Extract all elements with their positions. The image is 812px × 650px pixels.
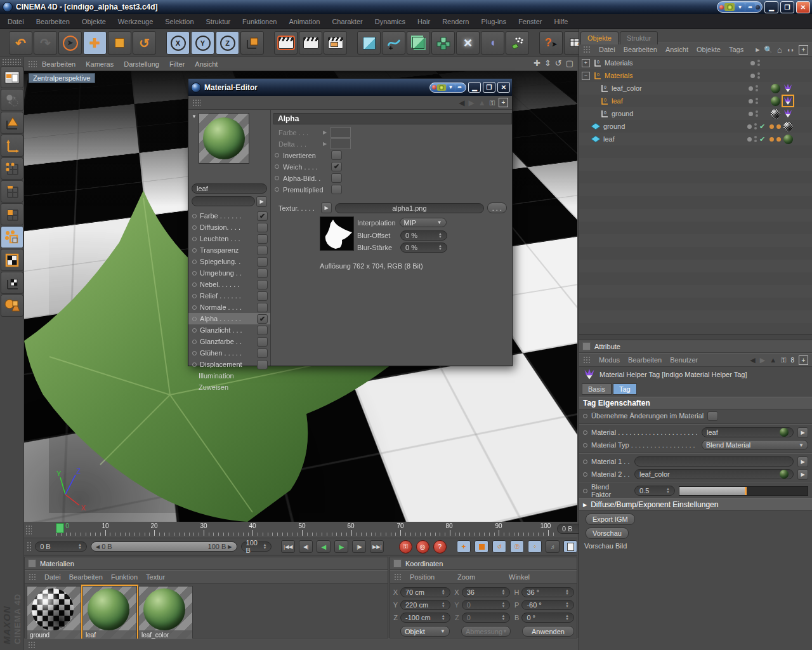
attr-back-icon[interactable]	[750, 356, 755, 364]
layer-dot[interactable]	[747, 137, 752, 142]
lock-z-axis-button[interactable]: Z	[216, 31, 239, 55]
vp-menu-darstellung[interactable]: Darstellung	[124, 60, 159, 68]
coordinate-system-button[interactable]	[240, 31, 264, 55]
edges-mode-button[interactable]	[1, 180, 23, 202]
layer-dot[interactable]	[749, 86, 753, 91]
om-eye-icon[interactable]: ◖◗	[787, 46, 794, 53]
channel-leuchten[interactable]: Leuchten . . .	[188, 233, 270, 244]
textur-options-button[interactable]: ▶	[321, 202, 332, 213]
nvidia-logo-icon[interactable]	[724, 3, 735, 11]
layer-dot[interactable]	[749, 112, 753, 116]
timeline-ruler[interactable]: 0 10 20 30 40 50 60 70 80 90 100 0 B▲▼	[24, 522, 577, 538]
alpha-bild-checkbox[interactable]	[331, 173, 342, 183]
previous-frame-button[interactable]: ◀|	[299, 540, 313, 553]
model-mode-button[interactable]	[1, 112, 23, 134]
play-backward-button[interactable]: ◀	[317, 540, 331, 553]
channel-leuchten-checkbox[interactable]	[257, 234, 268, 244]
menu-plugins[interactable]: Plug-ins	[481, 18, 506, 25]
farbe-color-swatch[interactable]	[331, 127, 351, 138]
goto-end-button[interactable]: ▶▶|	[370, 540, 384, 553]
zoom-x-input[interactable]: 36▲▼	[462, 587, 511, 597]
tree-row-ground-plane[interactable]: ground	[579, 120, 812, 133]
dialog-nview-widget[interactable]: ▼ ➦	[429, 83, 466, 93]
menu-selektion[interactable]: Selektion	[165, 18, 193, 25]
channel-transparenz[interactable]: Transparenz	[188, 244, 270, 256]
weich-checkbox[interactable]	[331, 162, 342, 171]
visibility-dots[interactable]	[757, 72, 760, 79]
channel-diffusion[interactable]: Diffusion. . . .	[188, 222, 270, 233]
statusbar-grip[interactable]	[28, 641, 36, 649]
dialog-nview-red-dot[interactable]	[432, 85, 436, 90]
apply-icon[interactable]	[478, 98, 486, 107]
material-editor-titlebar[interactable]: Material-Editor ▼ ➦ ▁ ❐ ✕	[188, 79, 512, 96]
render-dot[interactable]	[769, 124, 774, 129]
zoom-y-input[interactable]: 0▲▼	[462, 600, 511, 610]
tree-row-leaf-color[interactable]: 0 leaf_color	[579, 82, 812, 95]
viewport-zoom-icon[interactable]: ⇕	[544, 58, 551, 68]
render-settings-button[interactable]	[324, 31, 347, 55]
winkel-h-input[interactable]: 36 °▲▼	[521, 587, 574, 597]
redo-button[interactable]: ↷	[34, 31, 57, 55]
tab-objekte[interactable]: Objekte	[580, 31, 619, 44]
close-button[interactable]: ✕	[796, 1, 810, 13]
live-selection-button[interactable]: ➤	[58, 31, 82, 55]
convert-object-button[interactable]	[1, 89, 23, 111]
premultiplied-checkbox[interactable]	[331, 185, 342, 194]
object-display-button[interactable]	[1, 295, 23, 317]
diffuse-section-header[interactable]: ▶Diffuse/Bump/Exponent Einstellungen	[579, 498, 812, 511]
dialog-nview-collapse-icon[interactable]: ▼	[447, 84, 455, 91]
add-hypernurbs-button[interactable]	[407, 31, 430, 55]
tab-basis[interactable]: Basis	[582, 383, 612, 395]
material-link-options[interactable]: ▶	[797, 427, 808, 438]
om-overflow-icon[interactable]: ▶	[756, 47, 759, 53]
channel-nebel-checkbox[interactable]	[257, 280, 268, 289]
nview-red-dot[interactable]	[719, 5, 724, 10]
blur-strength-input[interactable]: 0 %▲▼	[400, 242, 447, 253]
material-swatch-ground[interactable]: ground	[27, 586, 81, 640]
points-mode-button[interactable]	[1, 157, 23, 180]
history-forward-icon[interactable]	[469, 98, 475, 107]
position-z-input[interactable]: -100 cm▲▼	[400, 613, 450, 623]
vp-menu-filter[interactable]: Filter	[169, 60, 185, 68]
layout-switch-button[interactable]	[1, 66, 23, 88]
om-menu-objekte[interactable]: Objekte	[697, 46, 721, 53]
attr-menu-modus[interactable]: Modus	[599, 356, 620, 364]
dialog-nview-move-icon[interactable]: ➦	[455, 84, 464, 91]
attr-forward-icon[interactable]	[760, 356, 765, 364]
layer-dot[interactable]	[750, 61, 755, 65]
vp-menu-bearbeiten[interactable]: Bearbeiten	[42, 60, 75, 68]
preview-options-icon[interactable]: ▼	[192, 114, 197, 119]
materials-menu-textur[interactable]: Textur	[146, 573, 165, 581]
channel-umgebung-checkbox[interactable]	[257, 269, 268, 278]
indigo-helper-tag-selected[interactable]	[783, 96, 793, 106]
indigo-helper-tag[interactable]	[783, 83, 793, 93]
move-tool-button[interactable]: ✚	[83, 31, 107, 55]
expand-icon[interactable]	[582, 59, 590, 67]
rotate-tool-button[interactable]: ↺	[133, 31, 156, 55]
play-button[interactable]: ▶	[334, 540, 348, 553]
abmessung-dropdown[interactable]: Abmessung▼	[461, 626, 511, 637]
nvidia-nview-widget[interactable]: ▼ ➦	[717, 1, 763, 13]
panel-splitter[interactable]	[579, 334, 812, 340]
materials-menu-grip[interactable]	[29, 573, 36, 581]
scene-objects-button[interactable]	[506, 31, 529, 55]
new-window-icon[interactable]: +	[499, 98, 508, 107]
invertieren-checkbox[interactable]	[331, 150, 342, 160]
nview-dark-dot[interactable]	[756, 5, 760, 10]
autokey-button[interactable]: ◎	[416, 540, 429, 554]
collapse-icon[interactable]	[582, 72, 590, 80]
blend-faktor-slider[interactable]	[679, 486, 808, 496]
channel-displacement[interactable]: Displacement	[188, 359, 270, 370]
keyframe-selection-button[interactable]: ?	[433, 540, 447, 554]
attr-grip[interactable]	[583, 356, 591, 364]
textur-browse-button[interactable]: . . .	[487, 202, 507, 213]
enabled-check-icon[interactable]	[759, 123, 767, 131]
object-axis-mode-button[interactable]	[1, 135, 23, 157]
attr-parent-icon[interactable]	[769, 356, 776, 364]
channel-alpha[interactable]: Alpha . . . . . .	[188, 313, 270, 324]
channel-normale-checkbox[interactable]	[257, 303, 268, 312]
viewport-rotate-icon[interactable]: ↺	[555, 58, 562, 68]
history-back-icon[interactable]	[459, 98, 464, 107]
channel-normale[interactable]: Normale . . . .	[188, 302, 270, 313]
channel-spiegelung[interactable]: Spiegelung. .	[188, 256, 270, 267]
